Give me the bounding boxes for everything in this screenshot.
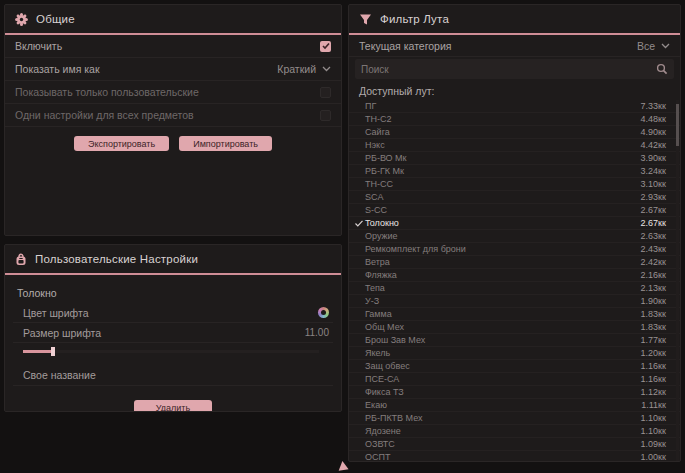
enable-label: Включить: [15, 40, 62, 52]
loot-row[interactable]: S-CC 2.67кк: [349, 204, 680, 217]
loot-row[interactable]: ТН-С2 4.48кк: [349, 113, 680, 126]
loot-row[interactable]: РБ-ПКТВ Мех 1.10кк: [349, 412, 680, 425]
loot-row[interactable]: Защ обвес 1.16кк: [349, 360, 680, 373]
loot-row[interactable]: Ядозене 1.10кк: [349, 425, 680, 438]
loot-item-name: ОСПТ: [365, 452, 641, 462]
loot-item-name: Сайга: [365, 127, 641, 137]
loot-item-value: 7.33кк: [641, 101, 666, 111]
slider-handle[interactable]: [51, 347, 55, 356]
loot-item-name: Общ Мех: [365, 322, 641, 332]
loot-item-value: 1.12кк: [641, 387, 666, 397]
same-settings-checkbox[interactable]: [320, 110, 331, 121]
general-panel-title: Общие: [36, 13, 75, 25]
search-icon[interactable]: [656, 63, 668, 75]
loot-item-name: Фикса ТЗ: [365, 387, 641, 397]
loot-item-value: 4.90кк: [641, 127, 666, 137]
loot-item-name: Тепа: [365, 283, 641, 293]
general-panel-header: Общие: [5, 5, 341, 33]
loot-row[interactable]: Брош Зав Мех 1.77кк: [349, 334, 680, 347]
loot-row[interactable]: Нэкс 4.42кк: [349, 139, 680, 152]
loot-row[interactable]: ОСПТ 1.00кк: [349, 451, 680, 462]
scrollbar-thumb[interactable]: [676, 104, 679, 146]
delete-row: Удалить: [5, 386, 341, 412]
loot-row[interactable]: РБ-ВО Мк 3.90кк: [349, 152, 680, 165]
enable-checkbox[interactable]: [320, 41, 331, 52]
setting-row-same-settings: Одни настройки для всех предметов: [5, 104, 341, 127]
loot-row[interactable]: Якель 1.20кк: [349, 347, 680, 360]
loot-item-name: Гамма: [365, 309, 641, 319]
loot-list-scrollbar[interactable]: [676, 100, 679, 462]
loot-row[interactable]: Оружие 2.63кк: [349, 230, 680, 243]
import-button[interactable]: Импортировать: [179, 136, 272, 151]
loot-item-name: Брош Зав Мех: [365, 335, 641, 345]
loot-item-name: S-CC: [365, 205, 641, 215]
setting-row-display-name: Показать имя как Краткий: [5, 58, 341, 81]
mouse-cursor: [337, 460, 348, 470]
loot-row[interactable]: ОЗВТС 1.09кк: [349, 438, 680, 451]
loot-item-name: Якель: [365, 348, 641, 358]
loot-row[interactable]: ПГ 7.33кк: [349, 100, 680, 113]
font-color-row: Цвет шрифта: [13, 303, 333, 323]
loot-row[interactable]: Фикса ТЗ 1.12кк: [349, 386, 680, 399]
loot-row[interactable]: ПСЕ-СА 1.16кк: [349, 373, 680, 386]
loot-item-name: Защ обвес: [365, 361, 641, 371]
custom-settings-body: Толокно Цвет шрифта Размер шрифта 11.00: [5, 275, 341, 412]
loot-item-name: Екаю: [365, 400, 641, 410]
loot-row[interactable]: Сайга 4.90кк: [349, 126, 680, 139]
loot-item-name: Ядозене: [365, 426, 641, 436]
font-size-slider[interactable]: [23, 346, 333, 356]
loot-row[interactable]: Ремкомплект для брони 2.43кк: [349, 243, 680, 256]
funnel-icon: [359, 13, 372, 26]
loot-item-value: 1.20кк: [641, 348, 666, 358]
loot-row[interactable]: Тепа 2.13кк: [349, 282, 680, 295]
custom-settings-header: Пользовательские Настройки: [5, 245, 341, 273]
loot-filter-title: Фильтр Лута: [380, 13, 449, 25]
loot-item-value: 1.16кк: [641, 361, 666, 371]
loot-item-value: 3.10кк: [641, 179, 666, 189]
loot-item-value: 2.67кк: [641, 218, 666, 228]
font-size-value: 11.00: [305, 327, 329, 338]
loot-row[interactable]: РБ-ГК Мк 3.24кк: [349, 165, 680, 178]
search-input[interactable]: [361, 64, 656, 75]
display-name-label: Показать имя как: [15, 63, 100, 75]
loot-item-value: 1.11кк: [641, 400, 666, 410]
gear-flower-icon: [15, 13, 28, 26]
loot-row[interactable]: Общ Мех 1.83кк: [349, 321, 680, 334]
loot-item-name: Оружие: [365, 231, 641, 241]
loot-item-name: Толокно: [365, 218, 641, 228]
loot-item-value: 1.00кк: [641, 452, 666, 462]
check-slot: [355, 220, 365, 227]
loot-row[interactable]: Ветра 2.42кк: [349, 256, 680, 269]
loot-row[interactable]: У-З 1.90кк: [349, 295, 680, 308]
loot-item-name: ТН-С2: [365, 114, 641, 124]
chevron-down-icon: [322, 66, 331, 72]
font-size-label: Размер шрифта: [23, 327, 101, 339]
loot-item-value: 1.10кк: [641, 413, 666, 423]
loot-row[interactable]: SCA 2.93кк: [349, 191, 680, 204]
display-name-dropdown[interactable]: Краткий: [277, 63, 331, 75]
loot-row[interactable]: Екаю 1.11кк: [349, 399, 680, 412]
loot-item-name: SCA: [365, 192, 641, 202]
color-wheel-icon[interactable]: [318, 307, 329, 318]
loot-filter-header: Фильтр Лута: [349, 5, 680, 33]
loot-row[interactable]: Гамма 1.83кк: [349, 308, 680, 321]
loot-item-name: Ремкомплект для брони: [365, 244, 641, 254]
only-custom-checkbox[interactable]: [320, 87, 331, 98]
check-icon: [355, 220, 363, 227]
loot-item-value: 3.24кк: [641, 166, 666, 176]
loot-item-value: 2.42кк: [641, 257, 666, 267]
category-dropdown[interactable]: Все: [637, 40, 670, 52]
loot-row[interactable]: ТН-СС 3.10кк: [349, 178, 680, 191]
custom-name-row[interactable]: Свое название: [13, 364, 333, 386]
loot-item-name: ПГ: [365, 101, 641, 111]
loot-filter-panel: Фильтр Лута Текущая категория Все: [348, 4, 681, 462]
loot-item-name: Нэкс: [365, 140, 641, 150]
selected-item-label: Толокно: [5, 281, 341, 303]
loot-row[interactable]: Толокно 2.67кк: [349, 217, 680, 230]
loot-item-value: 1.83кк: [641, 309, 666, 319]
loot-item-value: 1.77кк: [641, 335, 666, 345]
delete-button[interactable]: Удалить: [134, 400, 212, 412]
loot-item-value: 2.93кк: [641, 192, 666, 202]
export-button[interactable]: Экспортировать: [74, 136, 169, 151]
loot-row[interactable]: Фляжка 2.16кк: [349, 269, 680, 282]
